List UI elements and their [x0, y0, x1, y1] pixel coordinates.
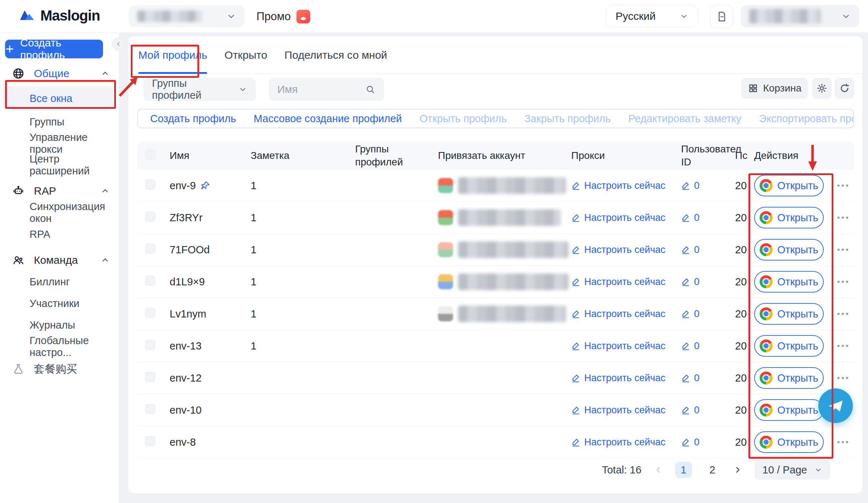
row-checkbox[interactable] [145, 244, 155, 254]
page-size-select[interactable]: 10 / Page [755, 460, 830, 480]
page-button-1[interactable]: 1 [675, 462, 692, 478]
open-profile-button[interactable]: Открыть [754, 271, 824, 293]
more-actions-button[interactable] [837, 217, 848, 219]
row-checkbox[interactable] [145, 340, 155, 350]
open-profile-button[interactable]: Открыть [754, 207, 824, 228]
row-checkbox[interactable] [145, 308, 155, 318]
sidebar-collapse-button[interactable] [112, 37, 125, 50]
edit-user-id-link[interactable]: 0 [677, 340, 735, 352]
sidebar-item-purchase-package[interactable]: 套餐购买 [0, 358, 119, 380]
sidebar-item-rpa[interactable]: RPA [0, 223, 119, 245]
settings-button[interactable] [812, 78, 832, 99]
action-close-profile[interactable]: Закрыть профиль [524, 113, 611, 125]
row-checkbox[interactable] [145, 404, 155, 414]
sidebar-section-team[interactable]: Команда [0, 249, 119, 271]
prev-page-button[interactable] [654, 465, 663, 475]
refresh-button[interactable] [835, 78, 854, 99]
edit-user-id-link[interactable]: 0 [677, 437, 735, 448]
trash-button[interactable]: Корзина [742, 78, 808, 99]
open-profile-button[interactable]: Открыть [754, 399, 824, 421]
language-select[interactable]: Русский [606, 5, 698, 27]
promo-link[interactable]: Промо [256, 10, 310, 23]
select-all-checkbox[interactable] [145, 150, 155, 160]
chevron-up-icon [101, 69, 109, 78]
row-checkbox[interactable] [145, 372, 155, 382]
open-profile-button[interactable]: Открыть [754, 175, 824, 196]
more-actions-button[interactable] [837, 345, 848, 347]
row-checkbox[interactable] [145, 276, 155, 286]
sidebar-section-rap[interactable]: RAP [0, 180, 119, 202]
chrome-icon [760, 307, 773, 320]
sidebar-item-extension-center[interactable]: Центр расширений [0, 154, 119, 176]
workspace-select[interactable] [129, 5, 245, 27]
more-actions-button[interactable] [837, 377, 848, 379]
open-profile-button[interactable]: Открыть [754, 431, 824, 453]
telegram-button[interactable] [818, 388, 853, 423]
next-page-button[interactable] [733, 465, 742, 475]
edit-user-id-link[interactable]: 0 [677, 276, 735, 288]
sidebar-item-global-settings[interactable]: Глобальные настро... [0, 336, 119, 357]
more-actions-button[interactable] [837, 184, 848, 187]
configure-proxy-link[interactable]: Настроить сейчас [569, 180, 677, 191]
action-export-profile[interactable]: Экспортировать профиль [759, 113, 854, 125]
table-row: env-10 Настроить сейчас 0 20 [137, 394, 854, 426]
tab-opened[interactable]: Открыто [224, 36, 267, 74]
configure-proxy-link[interactable]: Настроить сейчас [569, 244, 677, 255]
column-actions: Действия [754, 150, 798, 161]
pin-icon[interactable] [200, 181, 210, 191]
edit-icon [571, 405, 581, 415]
chevron-up-icon [101, 187, 109, 195]
chevron-up-icon [101, 256, 109, 264]
sidebar-item-all-windows[interactable]: Все окна [6, 86, 113, 110]
sidebar-item-members[interactable]: Участники [0, 293, 119, 314]
sidebar-item-billing[interactable]: Биллинг [0, 271, 119, 293]
more-actions-button[interactable] [837, 441, 848, 443]
row-checkbox[interactable] [145, 212, 155, 222]
more-actions-button[interactable] [837, 281, 848, 283]
edit-user-id-link[interactable]: 0 [677, 308, 735, 320]
configure-proxy-link[interactable]: Настроить сейчас [569, 340, 677, 352]
row-checkbox[interactable] [145, 179, 155, 190]
sidebar-section-general[interactable]: Общие [0, 63, 119, 84]
configure-proxy-link[interactable]: Настроить сейчас [569, 437, 677, 448]
action-edit-note[interactable]: Редактировать заметку [628, 113, 742, 125]
profile-name: Lv1nym [170, 308, 206, 320]
configure-proxy-link[interactable]: Настроить сейчас [569, 276, 677, 288]
configure-proxy-link[interactable]: Настроить сейчас [569, 212, 677, 223]
edit-user-id-link[interactable]: 0 [677, 373, 735, 384]
sidebar-item-window-sync[interactable]: Синхронизация окон [0, 202, 119, 223]
open-profile-button[interactable]: Открыть [754, 367, 824, 389]
action-create-profile[interactable]: Создать профиль [150, 113, 236, 125]
name-search-field[interactable]: Имя [269, 78, 384, 101]
profile-groups-select[interactable]: Группы профилей [143, 78, 256, 101]
configure-proxy-link[interactable]: Настроить сейчас [569, 373, 677, 384]
docs-button[interactable] [710, 5, 733, 28]
open-profile-button[interactable]: Открыть [754, 303, 824, 325]
open-profile-button[interactable]: Открыть [754, 335, 824, 357]
configure-proxy-link[interactable]: Настроить сейчас [569, 405, 677, 416]
profile-name: env-8 [170, 436, 196, 448]
configure-proxy-link[interactable]: Настроить сейчас [569, 308, 677, 320]
tab-my-profile[interactable]: Мой профиль [138, 36, 207, 74]
sidebar-item-proxy-management[interactable]: Управление прокси [0, 133, 119, 154]
edit-user-id-link[interactable]: 0 [677, 405, 735, 416]
edit-icon [681, 309, 690, 319]
open-profile-button[interactable]: Открыть [754, 239, 824, 261]
row-checkbox[interactable] [145, 436, 155, 446]
action-open-profile[interactable]: Открыть профиль [420, 113, 507, 125]
edit-user-id-link[interactable]: 0 [677, 180, 735, 191]
edit-user-id-link[interactable]: 0 [677, 212, 735, 223]
account-info-blurred [458, 209, 561, 226]
more-actions-button[interactable] [837, 313, 848, 315]
create-profile-button[interactable]: Создать профиль [5, 40, 103, 58]
edit-user-id-link[interactable]: 0 [677, 244, 735, 255]
action-bulk-create[interactable]: Массовое создание профилей [254, 113, 402, 125]
more-actions-button[interactable] [837, 249, 848, 251]
tab-shared-with-me[interactable]: Поделиться со мной [285, 36, 387, 74]
document-icon [716, 11, 728, 22]
sidebar-item-groups[interactable]: Группы [0, 111, 119, 133]
profile-tabs: Мой профиль Открыто Поделиться со мной [128, 36, 862, 74]
page-button-2[interactable]: 2 [704, 462, 721, 478]
user-account-menu[interactable] [741, 5, 859, 27]
sidebar-item-logs[interactable]: Журналы [0, 314, 119, 336]
